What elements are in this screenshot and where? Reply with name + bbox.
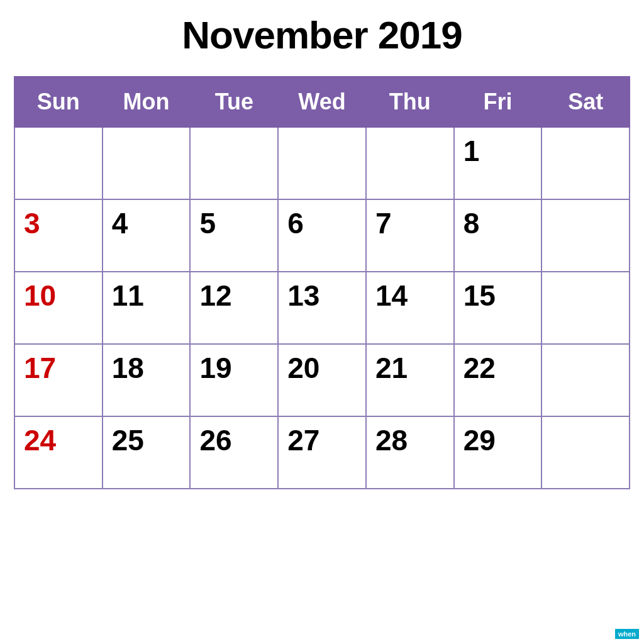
- day-cell-4-5[interactable]: 29: [454, 416, 542, 489]
- day-cell-4-4[interactable]: 28: [366, 416, 454, 489]
- day-cell-0-5[interactable]: 1: [454, 127, 542, 199]
- day-cell-4-0[interactable]: 24: [14, 416, 103, 489]
- calendar-header-row: SunMonTueWedThuFriSat: [14, 77, 630, 127]
- day-cell-2-5[interactable]: 15: [454, 272, 542, 344]
- week-row-5: 242526272829: [14, 416, 630, 489]
- day-cell-4-3[interactable]: 27: [278, 416, 366, 489]
- day-cell-0-0[interactable]: [14, 127, 103, 199]
- day-cell-1-4[interactable]: 7: [366, 199, 454, 272]
- day-cell-1-5[interactable]: 8: [454, 199, 542, 272]
- day-cell-1-1[interactable]: 4: [103, 199, 191, 272]
- day-cell-3-5[interactable]: 22: [454, 344, 542, 416]
- day-cell-4-2[interactable]: 26: [190, 416, 278, 489]
- header-wed: Wed: [278, 77, 366, 127]
- week-row-1: 1: [14, 127, 630, 199]
- day-cell-2-2[interactable]: 12: [190, 272, 278, 344]
- day-cell-2-1[interactable]: 11: [103, 272, 191, 344]
- day-cell-3-0[interactable]: 17: [14, 344, 103, 416]
- day-cell-2-3[interactable]: 13: [278, 272, 366, 344]
- day-cell-3-1[interactable]: 18: [103, 344, 191, 416]
- day-cell-3-3[interactable]: 20: [278, 344, 366, 416]
- header-tue: Tue: [190, 77, 278, 127]
- day-cell-0-4[interactable]: [366, 127, 454, 199]
- header-fri: Fri: [454, 77, 542, 127]
- calendar-table: SunMonTueWedThuFriSat 134567810111213141…: [14, 76, 630, 489]
- day-cell-2-0[interactable]: 10: [14, 272, 103, 344]
- calendar-title: November 2019: [182, 13, 462, 57]
- day-cell-3-6[interactable]: [541, 344, 630, 416]
- day-cell-0-3[interactable]: [278, 127, 366, 199]
- day-cell-1-6[interactable]: [541, 199, 630, 272]
- header-thu: Thu: [366, 77, 454, 127]
- week-row-2: 345678: [14, 199, 630, 272]
- day-cell-4-1[interactable]: 25: [103, 416, 191, 489]
- day-cell-3-2[interactable]: 19: [190, 344, 278, 416]
- day-cell-1-2[interactable]: 5: [190, 199, 278, 272]
- week-row-4: 171819202122: [14, 344, 630, 416]
- day-cell-2-6[interactable]: [541, 272, 630, 344]
- day-cell-2-4[interactable]: 14: [366, 272, 454, 344]
- day-cell-4-6[interactable]: [541, 416, 630, 489]
- day-cell-0-2[interactable]: [190, 127, 278, 199]
- week-row-3: 101112131415: [14, 272, 630, 344]
- day-cell-1-3[interactable]: 6: [278, 199, 366, 272]
- header-mon: Mon: [103, 77, 191, 127]
- header-sat: Sat: [541, 77, 630, 127]
- watermark-label: when: [615, 629, 639, 639]
- calendar-container: November 2019 SunMonTueWedThuFriSat 1345…: [0, 0, 644, 644]
- day-cell-0-1[interactable]: [103, 127, 191, 199]
- day-cell-0-6[interactable]: [541, 127, 630, 199]
- day-cell-3-4[interactable]: 21: [366, 344, 454, 416]
- day-cell-1-0[interactable]: 3: [14, 199, 103, 272]
- header-sun: Sun: [14, 77, 103, 127]
